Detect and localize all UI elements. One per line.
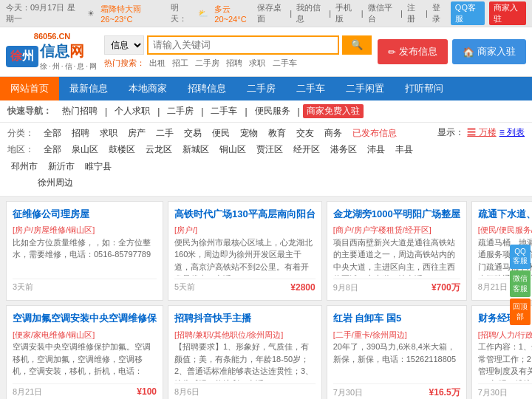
quick-nav-jobs[interactable]: 个人求职 xyxy=(110,104,154,118)
area-jingkai[interactable]: 经开区 xyxy=(290,143,324,157)
quick-nav-hotjobs[interactable]: 热门招聘 xyxy=(58,104,102,118)
content-area: 征维修公司理房屋 [房户/房屋维修/铜山区] 比如全方位质量维修，，如：全方位整… xyxy=(0,197,532,399)
view-list[interactable]: ≡ 列表 xyxy=(499,126,525,139)
hot-item-4[interactable]: 招聘 xyxy=(226,58,242,67)
hot-item-5[interactable]: 求职 xyxy=(249,58,265,67)
card-item-5[interactable]: 招聘抖音快手主播 [招聘/兼职/其他职位/徐州周边] 【招聘要求】1、形象好，气… xyxy=(168,305,322,399)
nav-item-home[interactable]: 网站首页 xyxy=(0,77,59,100)
date-label: 今天：09月17日 星期一 xyxy=(6,2,81,24)
card-title-3: 疏通下水道、马桶、地漏、蹲厕 xyxy=(478,208,532,221)
area-gangwu[interactable]: 港务区 xyxy=(327,143,361,157)
area-xinyi[interactable]: 新沂市 xyxy=(44,160,78,174)
view-grid[interactable]: ☰ 万楼 xyxy=(467,126,496,139)
cat-all[interactable]: 全部 xyxy=(40,126,65,140)
hot-item-3[interactable]: 二手房 xyxy=(195,58,219,67)
cat-trade[interactable]: 交易 xyxy=(180,126,205,140)
card-footer-0: 3天前 xyxy=(13,279,157,293)
weather-icon: ☀ xyxy=(87,9,95,18)
cat-friend[interactable]: 交友 xyxy=(293,126,318,140)
area-xincheng[interactable]: 新城区 xyxy=(179,143,213,157)
area-surrounding[interactable]: 徐州周边 xyxy=(34,176,77,190)
filter-area: 分类： 全部 招聘 求职 房产 二手 交易 便民 宠物 教育 交友 商务 已发布… xyxy=(0,123,532,197)
sep-q3: | xyxy=(201,106,203,117)
quick-nav-house[interactable]: 二手房 xyxy=(163,104,198,118)
cat-property[interactable]: 房产 xyxy=(124,126,149,140)
area-all[interactable]: 全部 xyxy=(40,143,65,157)
float-weixin-btn[interactable]: 微信客服 xyxy=(510,270,531,297)
quick-nav-service[interactable]: 便民服务 xyxy=(250,104,295,118)
nav-item-latest[interactable]: 最新信息 xyxy=(59,77,118,100)
nav-item-help[interactable]: 打听帮问 xyxy=(395,77,454,100)
qq-btn[interactable]: QQ客服 xyxy=(451,1,485,25)
card-content-5: [招聘/兼职/其他职位/徐州周边] 【招聘要求】1、形象好，气质佳，有颜值；美，… xyxy=(174,329,316,381)
publish-button[interactable]: ✏ 发布信息 xyxy=(378,39,448,64)
area-pizhou[interactable]: 邳州市 xyxy=(7,160,41,174)
search-button[interactable]: 🔍 xyxy=(342,35,372,55)
float-top-btn[interactable]: 回顶部 xyxy=(510,299,531,325)
area-jiawang[interactable]: 贾汪区 xyxy=(253,143,287,157)
card-title-2: 金龙湖旁1000平明阳广场整屋 xyxy=(333,208,460,221)
logo-inner: 86056.CN 徐州 信息网 徐·州·信·息·网 xyxy=(6,32,98,72)
mobile-link[interactable]: 手机版 xyxy=(335,2,357,24)
nav-item-secondhand-house[interactable]: 二手房 xyxy=(236,77,286,100)
card-time-1: 5天前 xyxy=(174,282,195,293)
area-feng[interactable]: 丰县 xyxy=(392,143,417,157)
area-pei[interactable]: 沛县 xyxy=(364,143,389,157)
cat-published[interactable]: 已发布信息 xyxy=(349,126,400,140)
hot-item-2[interactable]: 招工 xyxy=(172,58,188,67)
cat-edu[interactable]: 教育 xyxy=(265,126,290,140)
cat-recruit[interactable]: 招聘 xyxy=(68,126,93,140)
logo-text-main: 信息网 徐·州·信·息·网 xyxy=(40,41,98,72)
filter-top: 分类： 全部 招聘 求职 房产 二手 交易 便民 宠物 教育 交友 商务 已发布… xyxy=(7,126,525,192)
card-item-6[interactable]: 红岩 自卸车 国5 [二手/重卡/徐州周边] 20年了，390马力,6米8,4米… xyxy=(327,305,467,399)
card-price-6: ¥16.5万 xyxy=(429,386,460,399)
header: 86056.CN 徐州 信息网 徐·州·信·息·网 信息 商家 🔍 xyxy=(0,27,532,77)
hot-item-1[interactable]: 出租 xyxy=(149,58,166,67)
card-item-4[interactable]: 空调加氟空调安装中央空调维修保 [便家/家电维修/铜山区] 空调安装中央空调维修… xyxy=(6,305,163,399)
area-tongshan[interactable]: 铜山区 xyxy=(216,143,250,157)
cat-secondhand[interactable]: 二手 xyxy=(152,126,177,140)
area-gulou[interactable]: 鼓楼区 xyxy=(105,143,139,157)
nav-item-secondhand-misc[interactable]: 二手闲置 xyxy=(335,77,395,100)
card-item-2[interactable]: 金龙湖旁1000平明阳广场整屋 [商户/房户字楼租赁/经开区] 项目西南壁新兴大… xyxy=(327,201,467,301)
cat-service[interactable]: 便民 xyxy=(208,126,233,140)
area-filter-row2: 徐州周边 xyxy=(7,176,437,190)
merchant-button[interactable]: 🏠 商家入驻 xyxy=(452,39,526,64)
card-title-5: 招聘抖音快手主播 xyxy=(174,312,316,325)
topbar-right: 保存桌面 | 我的信息 | 手机版 | 微信平台 | 注册 | 登录 QQ客服 … xyxy=(257,1,526,25)
sep5: | xyxy=(426,9,428,18)
search-input[interactable] xyxy=(147,35,339,55)
nav-item-secondhand-car[interactable]: 二手车 xyxy=(286,77,335,100)
area-quanshan[interactable]: 泉山区 xyxy=(68,143,102,157)
weather3: 多云20~24°C xyxy=(214,4,257,24)
view-toggle: 显示： ☰ 万楼 ≡ 列表 xyxy=(437,126,525,139)
weixin-link[interactable]: 微信平台 xyxy=(368,2,396,24)
card-footer-7: 7月30日 ¥1万～1.5万 xyxy=(478,383,532,399)
card-time-4: 8月21日 xyxy=(13,386,42,398)
register-link[interactable]: 注册 xyxy=(407,2,421,24)
quick-nav-car[interactable]: 二手车 xyxy=(206,104,242,118)
card-title-6: 红岩 自卸车 国5 xyxy=(333,312,460,325)
login-link[interactable]: 登录 xyxy=(432,2,446,24)
nav-item-merchants[interactable]: 本地商家 xyxy=(118,77,177,100)
cat-pet[interactable]: 宠物 xyxy=(236,126,262,140)
save-desktop-link[interactable]: 保存桌面 xyxy=(257,2,285,24)
card-item-1[interactable]: 高铁时代广场130平高层南向阳台 [房户/] 便民为徐州市最核心区域上，心龙湖北… xyxy=(168,201,322,301)
nav-item-jobs[interactable]: 招聘信息 xyxy=(177,77,236,100)
filter-left: 分类： 全部 招聘 求职 房产 二手 交易 便民 宠物 教育 交友 商务 已发布… xyxy=(7,126,437,192)
card-footer-1: 5天前 ¥2800 xyxy=(174,279,316,293)
float-qq-btn[interactable]: QQ客服 xyxy=(510,245,531,269)
vip-btn[interactable]: 商家入驻 xyxy=(489,1,526,25)
my-info-link[interactable]: 我的信息 xyxy=(296,2,324,24)
hot-item-6[interactable]: 二手车 xyxy=(273,58,297,67)
sep-q4: | xyxy=(245,106,247,117)
cat-job[interactable]: 求职 xyxy=(96,126,121,140)
area-suining[interactable]: 睢宁县 xyxy=(81,160,115,174)
quick-nav-merchant-free[interactable]: 商家免费入驻 xyxy=(303,104,364,118)
sep-q5: | xyxy=(298,106,300,117)
quick-nav: 快速导航： 热门招聘 | 个人求职 | 二手房 | 二手车 | 便民服务 | 商… xyxy=(0,100,532,123)
cat-business[interactable]: 商务 xyxy=(321,126,346,140)
search-category-select[interactable]: 信息 商家 xyxy=(104,35,144,55)
area-yunlong[interactable]: 云龙区 xyxy=(142,143,176,157)
card-item-0[interactable]: 征维修公司理房屋 [房户/房屋维修/铜山区] 比如全方位质量维修，，如：全方位整… xyxy=(6,201,163,301)
